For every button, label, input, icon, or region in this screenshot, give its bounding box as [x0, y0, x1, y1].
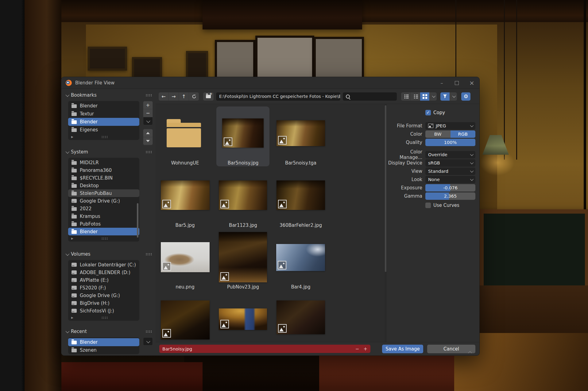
save-as-image-button[interactable]: Save As Image: [382, 345, 423, 353]
sidebar-item-blender-selected[interactable]: Blender: [68, 118, 139, 126]
sidebar-item-midi2lr[interactable]: MIDI2LR: [68, 159, 139, 166]
sidebar-item-google-drive[interactable]: Google Drive (G:): [68, 197, 139, 205]
look-value: None: [428, 177, 440, 182]
sidebar-item-krampus[interactable]: Krampus: [68, 212, 139, 220]
filename-input[interactable]: Bar5noisy.jpg − +: [159, 345, 370, 353]
image-badge-icon: [278, 136, 287, 145]
decrement-button[interactable]: −: [355, 346, 359, 352]
back-button[interactable]: ←: [159, 92, 169, 101]
color-management-dropdown[interactable]: Override: [425, 151, 475, 158]
vertical-list-view-button[interactable]: [401, 92, 411, 101]
sidebar-item-blender[interactable]: Blender: [68, 102, 139, 110]
sidebar-item-szenen[interactable]: Szenen: [68, 346, 139, 354]
title-bar[interactable]: Blender File View – ×: [61, 77, 479, 89]
bookmark-options-button[interactable]: [143, 117, 153, 125]
grip-dots-icon[interactable]: [101, 316, 108, 319]
recent-options-button[interactable]: [143, 337, 153, 346]
system-header[interactable]: System: [66, 149, 152, 155]
file-format-dropdown[interactable]: JPEG: [425, 122, 475, 130]
sidebar-item-drive-d[interactable]: ADOBE_BLENDER (D:): [68, 269, 139, 276]
file-browser-settings-button[interactable]: ⚙: [461, 92, 470, 101]
create-directory-button[interactable]: [203, 92, 214, 101]
grip-dots-icon[interactable]: [145, 330, 152, 333]
image-badge-icon: [278, 200, 287, 208]
expand-triangle-icon[interactable]: ▶: [71, 135, 73, 138]
sidebar-item-eigenes[interactable]: Eigenes: [68, 126, 139, 134]
increment-button[interactable]: +: [363, 346, 367, 352]
sidebar-item-drive-g[interactable]: Google Drive (G:): [68, 292, 139, 299]
view-value: Standard: [428, 169, 448, 174]
search-input[interactable]: [343, 92, 397, 101]
sidebar-item-drive-h[interactable]: BigDrive (H:): [68, 299, 139, 307]
use-curves-checkbox-group[interactable]: Use Curves: [425, 203, 459, 208]
sidebar-item-drive-j[interactable]: SichFotosVi (J:): [68, 307, 139, 315]
sidebar-item-stolenpubbau[interactable]: StolenPubBau: [68, 189, 139, 197]
sidebar-item-blender-system[interactable]: Blender: [68, 228, 139, 235]
file-grid-scrollbar[interactable]: [385, 104, 387, 342]
quality-slider[interactable]: 100%: [425, 139, 475, 146]
display-settings-dropdown[interactable]: [430, 92, 437, 101]
thumbnail-view-button[interactable]: [420, 92, 430, 101]
exposure-slider[interactable]: -0.076: [425, 184, 475, 192]
recent-header[interactable]: Recent: [66, 328, 152, 335]
close-button[interactable]: ×: [464, 77, 479, 89]
folder-icon: [167, 123, 201, 127]
horizontal-list-view-button[interactable]: [411, 92, 420, 101]
filter-button[interactable]: [440, 92, 450, 101]
view-dropdown[interactable]: Standard: [425, 168, 475, 175]
sidebar-item-drive-e[interactable]: AVPlatte (E:): [68, 276, 139, 284]
bookmarks-header[interactable]: Bookmarks: [66, 92, 152, 99]
sidebar-item-pubfotos[interactable]: PubFotos: [68, 220, 139, 228]
grip-dots-icon[interactable]: [145, 151, 152, 153]
image-badge-icon: [224, 137, 232, 146]
color-rgb-button[interactable]: RGB: [451, 130, 476, 138]
forward-button[interactable]: →: [169, 92, 179, 101]
color-bw-button[interactable]: BW: [425, 130, 451, 138]
maximize-button[interactable]: [449, 77, 464, 89]
remove-bookmark-button[interactable]: −: [143, 109, 153, 117]
volumes-header[interactable]: Volumes: [66, 251, 152, 257]
expand-triangle-icon[interactable]: ▶: [71, 237, 73, 240]
chevron-down-icon: [470, 169, 474, 172]
copy-checkbox-group[interactable]: ✓ Copy: [425, 110, 445, 115]
parent-directory-button[interactable]: ↑: [179, 92, 189, 101]
backdrop-shape: [0, 0, 25, 391]
move-bookmark-down-button[interactable]: [143, 137, 153, 145]
filter-settings-dropdown[interactable]: [450, 92, 457, 101]
refresh-button[interactable]: [189, 92, 199, 101]
use-curves-checkbox[interactable]: [425, 203, 431, 208]
sidebar-item-desktop[interactable]: Desktop: [68, 182, 139, 189]
sidebar-item-drive-c[interactable]: Lokaler Datenträger (C:): [68, 261, 139, 269]
sidebar-item-panorama360[interactable]: Panorama360: [68, 166, 139, 174]
chevron-down-icon: [470, 123, 474, 127]
add-bookmark-button[interactable]: +: [143, 101, 153, 109]
copy-checkbox[interactable]: ✓: [425, 110, 431, 115]
file-name-label: Bar1123.jpg: [229, 223, 257, 228]
grip-dots-icon[interactable]: [101, 237, 108, 240]
sidebar-item-textur[interactable]: Textur: [68, 110, 139, 118]
file-wohnungue[interactable]: [167, 119, 201, 147]
scrollbar-thumb[interactable]: [385, 105, 386, 272]
gamma-value: 2.365: [425, 194, 475, 199]
grip-dots-icon[interactable]: [101, 136, 108, 138]
refresh-icon: [192, 94, 196, 99]
file-grid[interactable]: WohnungUE Bar5noisy.jpg Bar5noisy.tga Ba…: [156, 104, 384, 342]
display-device-dropdown[interactable]: sRGB: [425, 159, 475, 167]
gamma-slider[interactable]: 2.365: [425, 192, 475, 200]
sidebar-item-drive-f[interactable]: FS2020 (F:): [68, 284, 139, 292]
sidebar-item-2022[interactable]: 2022: [68, 205, 139, 212]
filename-increment-controls: − +: [355, 346, 367, 352]
scrollbar[interactable]: [137, 203, 138, 238]
minimize-button[interactable]: –: [434, 77, 449, 89]
expand-triangle-icon[interactable]: ▶: [71, 316, 73, 319]
look-dropdown[interactable]: None: [425, 176, 475, 183]
move-bookmark-up-button[interactable]: [143, 129, 153, 137]
grip-dots-icon[interactable]: [145, 253, 152, 255]
sidebar-item-label: Blender: [80, 119, 98, 125]
path-input[interactable]: E:\Fotoskpl\In Lightroom CC gespeicherte…: [216, 92, 340, 101]
sidebar-item-blender-recent[interactable]: Blender: [68, 338, 139, 346]
grip-dots-icon[interactable]: [145, 94, 152, 96]
cancel-button[interactable]: Cancel: [427, 345, 475, 353]
minus-icon: −: [146, 110, 150, 116]
sidebar-item-recycle-bin[interactable]: $RECYCLE.BIN: [68, 174, 139, 182]
